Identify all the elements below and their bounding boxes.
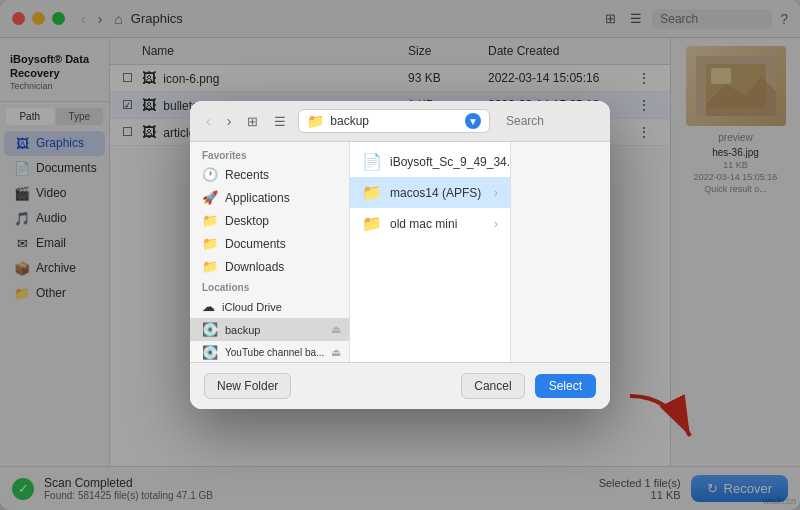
modal-file-row[interactable]: 📄 iBoysoft_Sc_9_49_34.ibsr (350, 146, 510, 177)
modal-location-dropdown[interactable]: ▼ (465, 113, 481, 129)
modal-back-button[interactable]: ‹ (202, 111, 215, 131)
new-folder-button[interactable]: New Folder (204, 373, 291, 399)
modal-location-name: backup (330, 114, 459, 128)
fav-applications[interactable]: 🚀 Applications (190, 186, 349, 209)
loc-youtube-label: YouTube channel ba... (225, 347, 324, 358)
fav-desktop[interactable]: 📁 Desktop (190, 209, 349, 232)
desktop-icon: 📁 (202, 213, 218, 228)
fav-downloads[interactable]: 📁 Downloads (190, 255, 349, 278)
backup-drive-icon: 💽 (202, 322, 218, 337)
modal-file-list: 📄 iBoysoft_Sc_9_49_34.ibsr 📁 macos14 (AP… (350, 142, 510, 362)
modal-sidebar: Favorites 🕐 Recents 🚀 Applications 📁 Des… (190, 142, 350, 362)
modal-file-icon-0: 📄 (362, 152, 382, 171)
loc-icloud[interactable]: ☁ iCloud Drive (190, 295, 349, 318)
modal-content: Favorites 🕐 Recents 🚀 Applications 📁 Des… (190, 142, 610, 362)
eject-youtube-icon[interactable]: ⏏ (331, 346, 341, 359)
locations-header: Locations (190, 278, 349, 295)
fav-recents[interactable]: 🕐 Recents (190, 163, 349, 186)
modal-grid-view-button[interactable]: ⊞ (243, 112, 262, 131)
modal-side-panel (510, 142, 610, 362)
icloud-icon: ☁ (202, 299, 215, 314)
eject-icon[interactable]: ⏏ (331, 323, 341, 336)
modal-file-icon-1: 📁 (362, 183, 382, 202)
fav-documents-label: Documents (225, 237, 286, 251)
modal-search-input[interactable] (498, 111, 598, 131)
modal-overlay: ‹ › ⊞ ☰ 📁 backup ▼ Favorites 🕐 Recents � (0, 0, 800, 510)
modal-file-icon-2: 📁 (362, 214, 382, 233)
modal-file-name-2: old mac mini (390, 217, 486, 231)
downloads-icon: 📁 (202, 259, 218, 274)
loc-backup-label: backup (225, 324, 260, 336)
modal-list-view-button[interactable]: ☰ (270, 112, 290, 131)
fav-documents[interactable]: 📁 Documents (190, 232, 349, 255)
modal-file-row[interactable]: 📁 macos14 (APFS) › (350, 177, 510, 208)
modal-file-name-1: macos14 (APFS) (390, 186, 486, 200)
modal-file-row[interactable]: 📁 old mac mini › (350, 208, 510, 239)
save-dialog: ‹ › ⊞ ☰ 📁 backup ▼ Favorites 🕐 Recents � (190, 101, 610, 409)
loc-backup[interactable]: 💽 backup ⏏ (190, 318, 349, 341)
fav-downloads-label: Downloads (225, 260, 284, 274)
watermark: wsdn.cn (763, 496, 796, 506)
fav-applications-label: Applications (225, 191, 290, 205)
documents-fav-icon: 📁 (202, 236, 218, 251)
applications-icon: 🚀 (202, 190, 218, 205)
loc-icloud-label: iCloud Drive (222, 301, 282, 313)
modal-file-name-0: iBoysoft_Sc_9_49_34.ibsr (390, 155, 510, 169)
chevron-right-icon-2: › (494, 217, 498, 231)
recents-icon: 🕐 (202, 167, 218, 182)
modal-toolbar: ‹ › ⊞ ☰ 📁 backup ▼ (190, 101, 610, 142)
select-button[interactable]: Select (535, 374, 596, 398)
loc-youtube[interactable]: 💽 YouTube channel ba... ⏏ (190, 341, 349, 362)
modal-location-bar: 📁 backup ▼ (298, 109, 490, 133)
folder-icon: 📁 (307, 113, 324, 129)
modal-footer: New Folder Cancel Select (190, 362, 610, 409)
fav-desktop-label: Desktop (225, 214, 269, 228)
fav-recents-label: Recents (225, 168, 269, 182)
youtube-drive-icon: 💽 (202, 345, 218, 360)
favorites-header: Favorites (190, 146, 349, 163)
cancel-button[interactable]: Cancel (461, 373, 524, 399)
modal-forward-button[interactable]: › (223, 111, 236, 131)
chevron-right-icon: › (494, 186, 498, 200)
